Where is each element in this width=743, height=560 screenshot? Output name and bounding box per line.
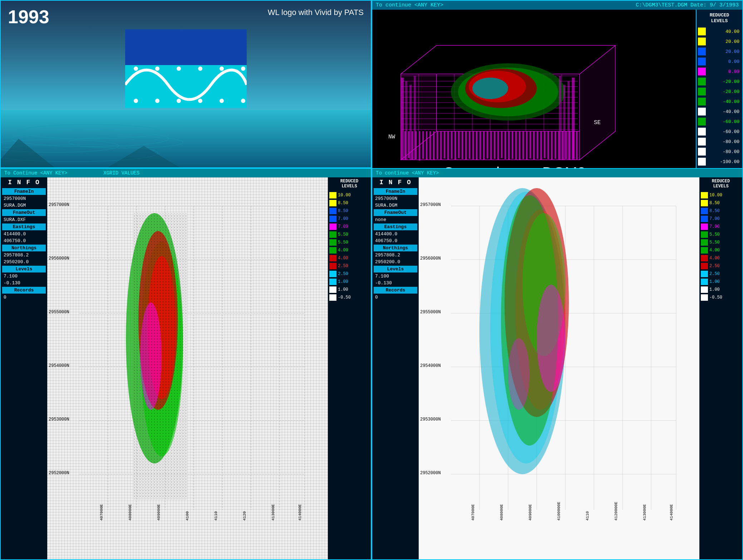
r-val-l-2: 8.50 [338, 208, 348, 213]
r-item-l-6: 5.50 [329, 239, 369, 246]
fname-in-val-r: 2957000N [374, 196, 417, 202]
legend-color-0 [698, 28, 706, 35]
r-item-r-0: 10.00 [701, 192, 741, 198]
r-val-l-11: 1.00 [338, 279, 348, 284]
legend-item-12: -80.00 [698, 148, 741, 156]
r-val-r-1: 8.50 [709, 201, 720, 206]
map-svg-right: 2957000N 2956000N 2955000N 2954000N 2953… [419, 177, 699, 559]
r-item-l-8: 4.00 [329, 255, 369, 261]
svg-text:407000E: 407000E [471, 504, 475, 521]
bottom-right-body: I N F O FnameIn 2957000N SURA.DGM FnameO… [372, 177, 742, 559]
legend-color-13 [698, 158, 706, 166]
svg-rect-78 [487, 131, 488, 158]
r-bar-r-7 [701, 247, 708, 254]
svg-text:2954000N: 2954000N [49, 363, 69, 368]
svg-rect-80 [494, 131, 495, 159]
r-bar-r-11 [701, 279, 708, 285]
svg-text:413000E: 413000E [643, 504, 647, 521]
r-bar-r-2 [701, 208, 708, 214]
svg-text:408000E: 408000E [128, 504, 132, 521]
sura-val-r: SURA.DGM [374, 202, 417, 208]
fname-out-btn[interactable]: FnameOut [2, 209, 46, 216]
legend-item-8: -40.00 [698, 108, 741, 116]
svg-rect-61 [426, 131, 427, 160]
r-val-r-3: 7.00 [709, 216, 720, 221]
legend-val-4: 0.00 [706, 69, 741, 74]
legend-item-1: 20.00 [698, 38, 741, 45]
records-btn-l[interactable]: Records [2, 287, 46, 294]
legend-color-9 [698, 118, 706, 126]
water-ripple [1, 110, 371, 167]
fname-in-btn[interactable]: FnameIn [2, 188, 46, 195]
bottom-left-panel: To Continue <ANY KEY> XGRID VALUES I N F… [0, 168, 372, 560]
svg-rect-87 [519, 131, 520, 160]
r-item-l-11: 1.00 [329, 279, 369, 285]
info-panel-right: I N F O FnameIn 2957000N SURA.DGM FnameO… [372, 177, 419, 559]
svg-rect-57 [412, 131, 413, 160]
svg-rect-84 [508, 131, 510, 160]
reduced-legend-right: REDUCEDLEVELS 10.00 8.50 8.50 [699, 177, 742, 559]
legend-val-10: -60.00 [706, 129, 741, 134]
svg-rect-91 [533, 131, 535, 159]
legend-color-11 [698, 138, 706, 146]
r-val-r-2: 8.50 [709, 208, 720, 213]
levels-btn-l[interactable]: Levels [2, 266, 46, 272]
r-val-r-4: 7.00 [709, 224, 720, 229]
fname-out-btn-r[interactable]: FnameOut [374, 209, 417, 216]
eastings-btn-r[interactable]: Eastings [374, 223, 417, 230]
northings2-r: 2950200.0 [374, 259, 417, 265]
year-label: 1993 [8, 6, 49, 28]
dgm3-header: To continue <ANY KEY> C:\DGM3\TEST.DGM D… [372, 1, 742, 10]
svg-rect-89 [526, 131, 527, 160]
svg-rect-101 [569, 131, 570, 160]
legend-color-7 [698, 98, 706, 105]
svg-rect-47 [401, 78, 404, 160]
eastings-btn-l[interactable]: Eastings [2, 223, 46, 230]
svg-rect-53 [563, 85, 565, 160]
r-bar-l-13 [329, 294, 336, 301]
level1-r: 7.100 [374, 273, 417, 279]
r-item-r-10: 2.50 [701, 271, 741, 277]
svg-rect-99 [562, 131, 563, 160]
legend-item-13: -100.00 [698, 158, 741, 166]
svg-point-169 [508, 338, 530, 410]
svg-rect-100 [565, 131, 567, 159]
reduced-title-right: REDUCEDLEVELS [712, 179, 730, 189]
svg-text:409000E: 409000E [528, 504, 532, 521]
northings-btn-r[interactable]: Northings [374, 245, 417, 251]
r-bar-l-11 [329, 279, 336, 285]
northings1-r: 2957808.2 [374, 252, 417, 258]
r-item-r-1: 8.50 [701, 200, 741, 206]
legend-item-11: -80.00 [698, 138, 741, 146]
svg-text:2953000N: 2953000N [49, 417, 69, 422]
r-item-l-7: 4.00 [329, 247, 369, 254]
svg-point-3 [198, 67, 202, 71]
records-btn-r[interactable]: Records [374, 287, 417, 294]
r-val-l-3: 7.00 [338, 216, 348, 221]
svg-rect-59 [419, 131, 420, 161]
sura-out-val: SURA.DXF [2, 217, 46, 223]
svg-point-9 [198, 99, 202, 103]
subtitle-label: WL logo with Vivid by PATS [268, 8, 364, 17]
top-right-legend: REDUCEDLEVELS 40.00 20.00 20.00 0.00 [696, 10, 742, 170]
eastings2-l: 406750.0 [2, 238, 46, 244]
northings-btn-l[interactable]: Northings [2, 245, 46, 251]
r-item-r-5: 5.50 [701, 231, 741, 238]
svg-point-168 [537, 285, 565, 392]
r-item-l-13: -0.50 [329, 294, 369, 301]
bottom-right-header: To continue <ANY KEY> [372, 169, 742, 177]
legend-color-1 [698, 38, 706, 45]
legend-val-13: -100.00 [706, 159, 741, 164]
svg-rect-76 [479, 131, 481, 159]
bl-continue-prompt: To Continue <ANY KEY> [4, 170, 67, 176]
svg-rect-88 [522, 131, 524, 159]
fname-in-btn-r[interactable]: FnameIn [374, 188, 417, 195]
legend-val-1: 20.00 [706, 39, 741, 44]
svg-text:414000E: 414000E [298, 504, 302, 521]
svg-rect-82 [501, 131, 502, 158]
r-bar-l-12 [329, 286, 336, 293]
svg-text:4120000E: 4120000E [614, 502, 618, 521]
r-bar-l-7 [329, 247, 336, 254]
levels-btn-r[interactable]: Levels [374, 266, 417, 272]
svg-point-7 [155, 99, 159, 103]
